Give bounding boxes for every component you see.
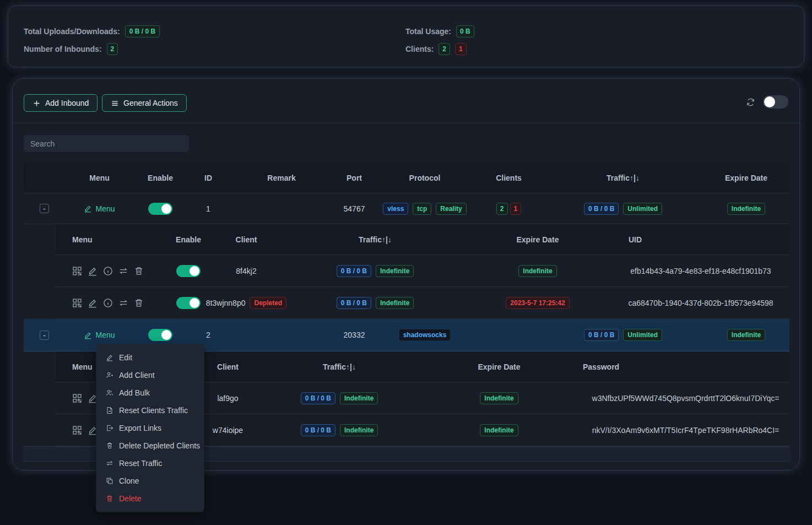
search-input[interactable] [24,135,189,152]
stat-value-badge: 2 [107,43,118,55]
menu-item-reset-clients-traffic[interactable]: Reset Clients Traffic [96,402,204,419]
add-inbound-label: Add Inbound [45,99,89,107]
stats-card: Total Uploads/Downloads: 0 B / 0 B Numbe… [8,6,804,67]
header-client: Client [205,235,287,244]
trash-icon[interactable] [134,298,144,308]
header-traffic[interactable]: Traffic↑|↓ [543,174,703,182]
header-traffic[interactable]: Traffic↑|↓ [287,235,463,244]
delete-depleted-icon [106,442,113,450]
security-tag: Reality [436,203,466,215]
traffic-limit-badge: Indefinite [340,392,378,404]
header-expire-date: Expire Date [463,235,612,244]
info-icon[interactable] [103,298,113,308]
stat-number-of-inbounds: Number of Inbounds: 2 [24,43,118,55]
expire-badge: Indefinite [518,265,556,277]
qrcode-icon[interactable] [72,266,82,276]
toggle-knob [190,298,199,308]
inbound-menu-button[interactable]: Menu [84,331,115,339]
users-icon [106,389,113,397]
clients-depleted-badge: 1 [455,43,467,55]
menu-item-label: Delete [119,494,141,503]
edit-icon [84,331,92,339]
client-password: w3NfbzUPf5WWd745Q8pvsmQrdrttT2lO6knuI7Di… [582,394,789,403]
header-clients: Clients [474,174,543,182]
menu-item-reset-traffic[interactable]: Reset Traffic [96,454,204,472]
inbound-row-1: - Menu 1 54767 vless [24,193,789,224]
expire-badge: Indefinite [727,329,765,341]
menu-item-label: Edit [119,353,132,362]
menu-item-label: Add Client [119,371,155,380]
depleted-filter-toggle[interactable] [763,95,788,109]
client-name: 8f4kj2 [205,267,287,275]
stat-total-usage: Total Usage: 0 B [405,25,474,37]
traffic-limit-badge: Unlimited [623,203,662,215]
clients-depleted-badge: 1 [510,203,522,215]
inbound-enable-toggle[interactable] [148,329,172,341]
client-password: nkV/I/3XoAm9v6xMT/T5IcrF4TpeTKF98rHARbRo… [582,426,789,435]
stat-label: Number of Inbounds: [24,45,102,53]
edit-icon[interactable] [88,298,98,308]
general-actions-button[interactable]: General Actions [102,94,187,112]
menu-item-delete-depleted-clients[interactable]: Delete Depleted Clients [96,437,204,454]
stat-label: Total Uploads/Downloads: [24,27,120,36]
traffic-badge: 0 B / 0 B [337,297,371,309]
client-name: 8t3wjnn8p0 [206,299,246,307]
inbound-menu-button[interactable]: Menu [84,204,115,213]
stat-label: Clients: [405,45,434,53]
client-table-vless: Menu Enable Client Traffic↑|↓ Expire Dat… [56,224,789,319]
info-icon[interactable] [103,266,113,276]
general-actions-label: General Actions [123,99,178,107]
inbound-menu-dropdown: Edit Add Client Add Bulk Reset Clients T… [96,344,204,512]
menu-item-export-links[interactable]: Export Links [96,419,204,437]
collapse-row-button[interactable]: - [40,204,49,213]
stat-value-badge: 0 B / 0 B [125,25,160,37]
qrcode-icon[interactable] [72,393,82,403]
menu-item-edit[interactable]: Edit [96,349,204,366]
qrcode-icon[interactable] [72,298,82,308]
expire-badge: Indefinite [480,392,518,404]
stat-clients: Clients: 2 1 [405,43,467,55]
client-table-header-row: Menu Enable Client Traffic↑|↓ Expire Dat… [56,224,789,255]
inbound-menu-label: Menu [95,204,115,213]
reset-icon[interactable] [118,298,128,308]
menu-item-label: Clone [119,477,139,485]
header-password: Password [582,362,789,371]
table-header-row: Menu Enable ID Remark Port Protocol Clie… [24,163,789,193]
menu-item-clone[interactable]: Clone [96,472,204,490]
traffic-limit-badge: Indefinite [340,424,378,436]
refresh-icon[interactable] [746,98,755,107]
bars-icon [111,99,119,107]
file-sync-icon [106,407,113,414]
stat-value-badge: 0 B [456,25,474,37]
menu-item-add-bulk[interactable]: Add Bulk [96,384,204,402]
trash-icon[interactable] [134,266,144,276]
traffic-badge: 0 B / 0 B [337,265,371,277]
inbounds-page: Total Uploads/Downloads: 0 B / 0 B Numbe… [0,0,812,525]
traffic-badge: 0 B / 0 B [584,329,619,341]
edit-icon[interactable] [88,266,98,276]
menu-item-add-client[interactable]: Add Client [96,366,204,384]
add-inbound-button[interactable]: Add Inbound [24,94,98,112]
inbound-port: 54767 [333,204,375,213]
traffic-badge: 0 B / 0 B [301,424,335,436]
collapse-row-button[interactable]: - [40,331,49,340]
network-tag: tcp [413,203,431,215]
expire-badge: 2023-5-7 17:25:42 [506,297,569,309]
menu-item-delete[interactable]: Delete [96,490,204,507]
toggle-knob [190,266,199,276]
header-remark: Remark [230,174,333,182]
stat-label: Total Usage: [405,27,451,36]
inbound-enable-toggle[interactable] [148,203,172,215]
header-enable: Enable [171,235,205,244]
qrcode-icon[interactable] [72,425,82,435]
client-enable-toggle[interactable] [176,297,201,309]
client-enable-toggle[interactable] [176,265,201,277]
menu-item-label: Add Bulk [119,388,150,397]
header-traffic[interactable]: Traffic↑|↓ [262,362,416,371]
reset-icon[interactable] [118,266,128,276]
clients-active-badge: 2 [496,203,508,215]
header-uid: UID [612,235,789,244]
client-uid: efb14b43-4a79-4e83-ef18-e48cf1901b73 [612,267,789,275]
toolbar-right [746,95,788,109]
menu-item-label: Reset Traffic [119,459,162,468]
